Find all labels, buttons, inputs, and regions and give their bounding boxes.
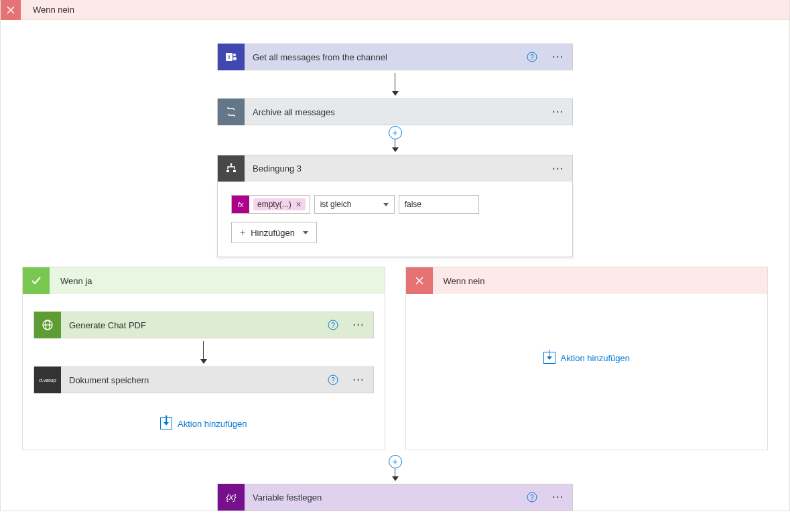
more-icon[interactable]: ··· bbox=[544, 163, 572, 174]
step-set-variable-label: Variable festlegen bbox=[245, 492, 520, 503]
help-icon[interactable]: ? bbox=[520, 52, 544, 62]
step-generate-pdf-label: Generate Chat PDF bbox=[61, 320, 321, 330]
add-action-button[interactable]: Aktion hinzufügen bbox=[160, 417, 247, 429]
help-icon[interactable]: ? bbox=[321, 320, 345, 330]
condition-value-input[interactable]: false bbox=[399, 195, 479, 214]
more-icon[interactable]: ··· bbox=[345, 375, 373, 385]
expression-pill[interactable]: empty(...) ✕ bbox=[253, 198, 306, 210]
condition-operator-select[interactable]: ist gleich bbox=[314, 195, 395, 214]
condition-row: fx empty(...) ✕ ist gleich false bbox=[231, 195, 559, 214]
add-action-icon bbox=[543, 352, 555, 364]
svg-rect-7 bbox=[233, 170, 236, 172]
condition-title: Bedingung 3 bbox=[245, 163, 544, 174]
svg-text:?: ? bbox=[331, 322, 335, 329]
svg-text:T: T bbox=[228, 54, 231, 60]
teams-icon: T bbox=[218, 44, 245, 70]
step-save-document[interactable]: d.velop Dokument speichern ? ··· bbox=[34, 367, 374, 393]
more-icon[interactable]: ··· bbox=[544, 107, 572, 117]
step-save-document-label: Dokument speichern bbox=[61, 375, 321, 385]
fx-icon: fx bbox=[232, 196, 249, 213]
svg-rect-6 bbox=[226, 170, 229, 172]
add-action-label: Aktion hinzufügen bbox=[178, 419, 247, 429]
svg-text:?: ? bbox=[531, 494, 535, 501]
add-step-button[interactable]: + bbox=[389, 126, 402, 139]
branch-no-label: Wenn nein bbox=[433, 276, 485, 286]
connector-arrow bbox=[200, 341, 207, 364]
help-icon[interactable]: ? bbox=[520, 492, 544, 503]
if-no-header-outer: Wenn nein bbox=[1, 0, 789, 20]
branch-no-body: Aktion hinzufügen bbox=[406, 294, 768, 373]
globe-icon bbox=[34, 312, 61, 338]
step-generate-pdf[interactable]: Generate Chat PDF ? ··· bbox=[34, 312, 374, 338]
svg-point-8 bbox=[231, 163, 233, 165]
condition-left-operand[interactable]: fx empty(...) ✕ bbox=[231, 195, 310, 214]
add-action-label: Aktion hinzufügen bbox=[561, 353, 630, 363]
branch-no: Wenn nein Aktion hinzufügen bbox=[405, 267, 769, 450]
connector-arrow bbox=[392, 73, 399, 96]
step-archive-label: Archive all messages bbox=[245, 107, 544, 117]
branch-yes-header: Wenn ja bbox=[23, 267, 385, 294]
svg-rect-3 bbox=[233, 57, 237, 60]
condition-icon bbox=[218, 155, 245, 182]
variable-icon: {x} bbox=[218, 484, 245, 511]
svg-text:?: ? bbox=[531, 54, 535, 61]
expression-text: empty(...) bbox=[257, 200, 291, 209]
remove-icon[interactable]: ✕ bbox=[295, 200, 302, 209]
flow-canvas: T Get all messages from the channel ? ··… bbox=[1, 20, 789, 511]
more-icon[interactable]: ··· bbox=[544, 52, 572, 62]
branch-yes: Wenn ja Generate Chat PDF ? ··· bbox=[22, 267, 385, 450]
connector-arrow: + bbox=[389, 128, 402, 152]
flow-outer-container: Wenn nein T Get all messages from the ch… bbox=[0, 0, 790, 511]
svg-text:{x}: {x} bbox=[226, 492, 237, 502]
more-icon[interactable]: ··· bbox=[544, 492, 572, 503]
branch-yes-label: Wenn ja bbox=[50, 276, 92, 286]
svg-text:?: ? bbox=[331, 377, 335, 384]
operator-label: ist gleich bbox=[320, 200, 352, 209]
step-get-messages-label: Get all messages from the channel bbox=[245, 52, 520, 62]
add-step-button[interactable]: + bbox=[389, 455, 402, 468]
connector-arrow: + bbox=[389, 457, 402, 481]
dvelop-icon: d.velop bbox=[34, 367, 61, 393]
svg-point-2 bbox=[233, 54, 236, 56]
plus-icon: + bbox=[240, 227, 245, 238]
x-icon bbox=[1, 0, 21, 20]
check-icon bbox=[23, 267, 50, 294]
help-icon[interactable]: ? bbox=[321, 375, 345, 385]
value-text: false bbox=[405, 200, 421, 209]
more-icon[interactable]: ··· bbox=[345, 320, 373, 330]
loop-icon bbox=[218, 98, 245, 125]
branch-yes-body: Generate Chat PDF ? ··· d.velop Dokument… bbox=[23, 294, 385, 450]
add-action-button[interactable]: Aktion hinzufügen bbox=[543, 352, 630, 364]
chevron-down-icon bbox=[303, 231, 308, 235]
step-set-variable[interactable]: {x} Variable festlegen ? ··· bbox=[217, 484, 573, 511]
condition-branches: Wenn ja Generate Chat PDF ? ··· bbox=[14, 257, 776, 450]
add-label: Hinzufügen bbox=[251, 228, 295, 238]
if-no-outer-label: Wenn nein bbox=[21, 5, 74, 15]
step-condition-header[interactable]: Bedingung 3 ··· bbox=[217, 155, 573, 182]
branch-no-header: Wenn nein bbox=[406, 267, 768, 294]
condition-body: fx empty(...) ✕ ist gleich false + Hinzu… bbox=[217, 182, 573, 257]
step-archive-messages[interactable]: Archive all messages ··· bbox=[217, 98, 573, 125]
step-get-messages[interactable]: T Get all messages from the channel ? ··… bbox=[217, 44, 573, 70]
x-icon bbox=[406, 267, 433, 294]
add-condition-button[interactable]: + Hinzufügen bbox=[231, 222, 317, 243]
add-action-icon bbox=[160, 417, 172, 429]
